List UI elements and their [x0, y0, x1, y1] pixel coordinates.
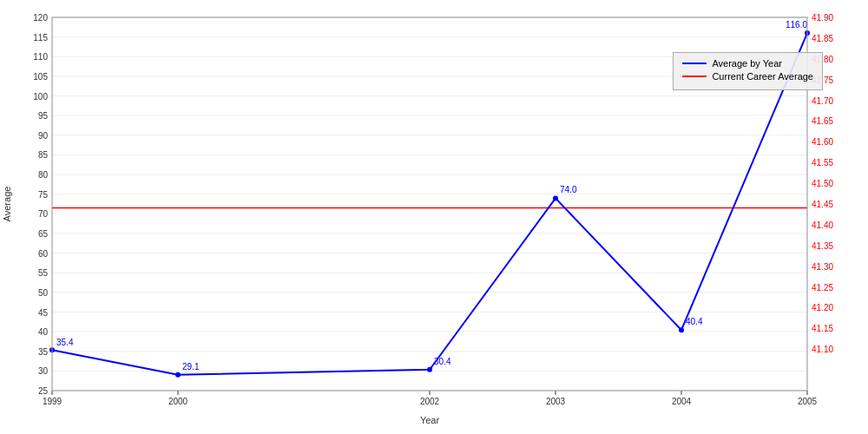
- label-2003: 74.0: [560, 185, 577, 194]
- data-point-2004: [679, 327, 684, 332]
- svg-text:115: 115: [33, 33, 48, 43]
- legend-item-average: Average by Year: [682, 58, 813, 69]
- data-point-2003: [553, 195, 558, 201]
- svg-text:41.40: 41.40: [812, 220, 833, 230]
- svg-text:110: 110: [33, 52, 48, 62]
- svg-text:41.50: 41.50: [812, 179, 833, 188]
- svg-text:35: 35: [38, 347, 49, 357]
- svg-text:2004: 2004: [672, 397, 692, 406]
- svg-text:80: 80: [38, 170, 49, 180]
- data-point-2002: [427, 367, 432, 372]
- svg-text:41.90: 41.90: [812, 13, 833, 23]
- svg-text:41.45: 41.45: [812, 200, 833, 209]
- svg-text:41.30: 41.30: [812, 262, 833, 272]
- svg-text:41.10: 41.10: [812, 345, 833, 354]
- y-axis-left-title: Average: [2, 187, 12, 222]
- svg-text:45: 45: [38, 308, 49, 318]
- svg-text:2002: 2002: [420, 397, 440, 406]
- data-point-2000: [175, 372, 181, 378]
- svg-text:75: 75: [38, 190, 49, 200]
- y-axis-left-labels: 120 115 110 105 100 95 90 85 80 75 70 65…: [33, 13, 48, 396]
- legend-label-career: Current Career Average: [712, 71, 813, 82]
- label-1999: 35.4: [56, 338, 74, 347]
- svg-text:95: 95: [38, 111, 49, 121]
- svg-text:41.25: 41.25: [812, 283, 833, 293]
- svg-text:50: 50: [38, 288, 49, 298]
- svg-text:65: 65: [38, 229, 49, 239]
- svg-text:41.15: 41.15: [812, 324, 833, 333]
- legend-item-career: Current Career Average: [682, 71, 813, 82]
- legend-line-blue: [682, 62, 707, 64]
- svg-text:100: 100: [33, 92, 48, 102]
- svg-text:105: 105: [33, 72, 48, 82]
- svg-text:41.85: 41.85: [812, 34, 833, 43]
- svg-text:40: 40: [38, 327, 49, 337]
- label-2005: 116.0: [786, 20, 807, 30]
- svg-text:25: 25: [38, 386, 49, 396]
- svg-text:70: 70: [38, 209, 49, 219]
- svg-text:41.65: 41.65: [812, 116, 833, 126]
- svg-text:41.20: 41.20: [812, 303, 833, 312]
- svg-text:90: 90: [38, 131, 49, 141]
- svg-text:2005: 2005: [798, 397, 818, 406]
- svg-text:55: 55: [38, 268, 49, 278]
- x-axis-title: Year: [420, 415, 440, 425]
- svg-text:2003: 2003: [546, 397, 566, 406]
- svg-text:41.55: 41.55: [812, 158, 833, 168]
- svg-text:120: 120: [33, 13, 48, 23]
- legend-box: Average by Year Current Career Average: [673, 52, 823, 90]
- legend-line-red: [682, 76, 707, 77]
- svg-text:1999: 1999: [43, 397, 62, 406]
- label-2000: 29.1: [182, 362, 200, 372]
- svg-text:60: 60: [38, 249, 49, 259]
- label-2002: 30.4: [434, 357, 451, 366]
- svg-text:41.35: 41.35: [812, 241, 833, 251]
- legend-label-average: Average by Year: [712, 58, 782, 69]
- svg-text:85: 85: [38, 150, 49, 160]
- svg-text:41.60: 41.60: [812, 137, 833, 147]
- svg-text:30: 30: [38, 366, 49, 376]
- chart-container: 120 115 110 105 100 95 90 85 80 75 70 65…: [0, 0, 868, 434]
- label-2004: 40.4: [686, 317, 703, 326]
- x-axis: 1999 2000 2002 2003 2004 2005: [43, 391, 818, 406]
- svg-text:2000: 2000: [168, 397, 188, 406]
- svg-text:41.70: 41.70: [812, 96, 833, 106]
